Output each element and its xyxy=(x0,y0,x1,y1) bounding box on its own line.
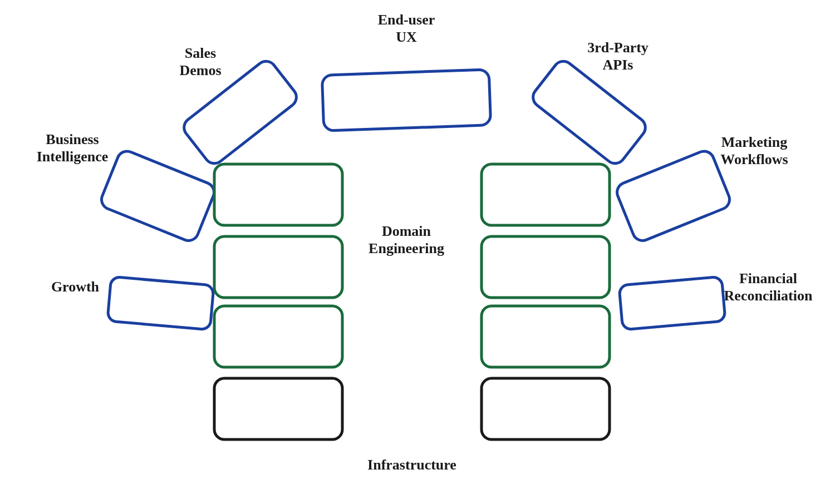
svg-rect-13 xyxy=(214,378,342,439)
svg-rect-8 xyxy=(482,164,610,225)
svg-rect-11 xyxy=(214,306,342,367)
diagram-svg xyxy=(0,0,835,504)
svg-rect-7 xyxy=(214,164,342,225)
svg-rect-5 xyxy=(107,276,214,330)
svg-rect-4 xyxy=(614,149,733,244)
svg-rect-0 xyxy=(322,70,490,131)
svg-rect-9 xyxy=(214,236,342,298)
svg-rect-12 xyxy=(482,306,610,367)
svg-rect-2 xyxy=(529,57,649,167)
svg-rect-14 xyxy=(482,378,610,439)
svg-rect-6 xyxy=(619,276,725,330)
svg-rect-1 xyxy=(180,57,300,167)
diagram-container: End-userUX SalesDemos 3rd-PartyAPIs Busi… xyxy=(0,0,835,504)
svg-rect-3 xyxy=(99,149,217,244)
svg-rect-10 xyxy=(482,236,610,298)
